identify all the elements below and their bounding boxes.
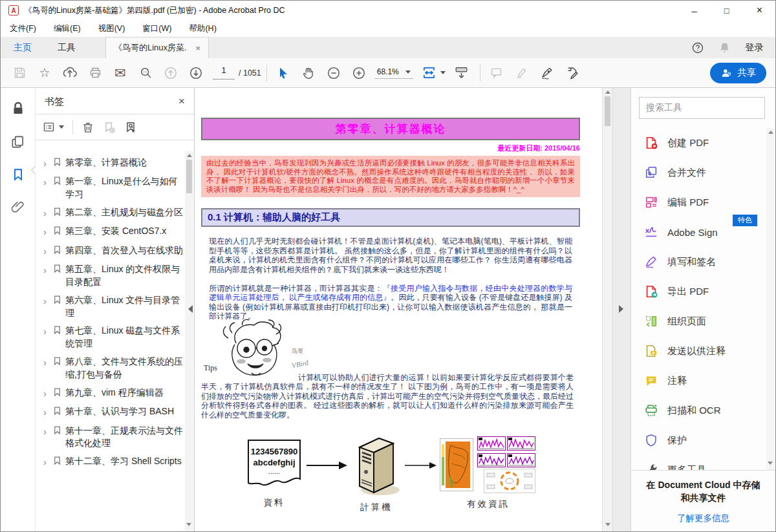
bookmark-item[interactable]: ›第七章、Linux 磁盘与文件系统管理 [41, 325, 184, 350]
more-tools-page-icon[interactable] [563, 63, 582, 83]
chevron-right-icon[interactable]: › [41, 263, 49, 289]
scrollbar-thumb[interactable] [605, 96, 610, 126]
select-tool-icon[interactable] [274, 63, 293, 83]
tool-comment[interactable]: 注释 [644, 366, 766, 396]
bookmark-item-label[interactable]: 第七章、Linux 磁盘与文件系统管理 [65, 325, 184, 350]
tool-protect[interactable]: 保护 [644, 425, 766, 455]
notifications-bell-icon[interactable] [718, 41, 731, 54]
help-icon[interactable] [691, 41, 704, 54]
star-icon[interactable]: ☆ [35, 63, 54, 83]
bookmark-item-label[interactable]: 第零章、计算器概论 [65, 156, 147, 170]
tool-adobe-sign[interactable]: 特色 Adobe Sign [644, 217, 766, 247]
tab-home[interactable]: 主页 [1, 37, 45, 58]
collapse-bookmarks-panel-arrow[interactable] [188, 305, 193, 313]
tools-panel-scrollbar[interactable] [766, 128, 775, 470]
bookmark-item-label[interactable]: 第十章、认识与学习 BASH [65, 405, 174, 419]
chevron-right-icon[interactable]: › [41, 244, 49, 258]
menu-window[interactable]: 窗口(W) [142, 23, 171, 34]
page-fit-mode-icon[interactable] [420, 63, 439, 83]
tool-export-pdf[interactable]: 导出 PDF [644, 277, 766, 306]
comment-tool-icon[interactable] [487, 63, 506, 83]
email-icon[interactable]: ✉ [111, 63, 130, 83]
chevron-right-icon[interactable]: › [41, 325, 49, 350]
bookmark-item[interactable]: ›第九章、vim 程序编辑器 [41, 387, 184, 400]
security-lock-icon[interactable] [10, 101, 26, 116]
chevron-right-icon[interactable]: › [41, 206, 49, 220]
bookmarks-close-icon[interactable]: × [178, 95, 185, 108]
zoom-out-icon[interactable] [324, 63, 343, 83]
bookmark-item-label[interactable]: 第九章、vim 程序编辑器 [65, 387, 164, 400]
bookmark-item[interactable]: ›第十二章、学习 Shell Scripts [41, 455, 184, 469]
chevron-right-icon[interactable]: › [41, 294, 49, 320]
bookmark-item-label[interactable]: 第十二章、学习 Shell Scripts [65, 455, 182, 469]
chevron-right-icon[interactable]: › [41, 175, 49, 201]
close-button[interactable]: × [757, 5, 762, 16]
find-bookmark-icon[interactable] [124, 121, 137, 134]
bookmark-options-icon[interactable] [42, 120, 64, 134]
previous-page-icon[interactable] [161, 63, 180, 83]
tool-organize-pages[interactable]: 组织页面 [644, 306, 766, 336]
bookmark-item[interactable]: ›第零章、计算器概论 [41, 156, 184, 170]
scroll-up-icon[interactable] [187, 154, 192, 157]
print-icon[interactable] [85, 63, 105, 83]
bookmark-item[interactable]: ›第一章、Linux是什么与如何学习 [41, 175, 184, 201]
bookmark-item[interactable]: ›第四章、首次登入与在线求助 [41, 244, 184, 258]
zoom-level-select[interactable]: 68.1% [374, 67, 413, 79]
bookmark-item[interactable]: ›第十章、认识与学习 BASH [41, 405, 184, 419]
pdf-viewer[interactable]: 第零章、计算器概论 最近更新日期: 2015/04/16 由过去的经验当中，鸟哥… [195, 88, 602, 531]
learn-more-link[interactable]: 了解更多信息 [677, 513, 729, 524]
scroll-down-icon[interactable] [186, 523, 191, 526]
bookmark-item[interactable]: ›第三章、安装 CentOS7.x [41, 225, 184, 239]
scroll-down-icon[interactable] [768, 462, 773, 465]
menu-help[interactable]: 帮助(H) [189, 23, 216, 34]
search-tools-input[interactable]: 搜索工具 [639, 97, 765, 119]
tool-more-tools[interactable]: 更多工具 [644, 455, 766, 470]
chevron-right-icon[interactable]: › [41, 156, 49, 170]
menu-view[interactable]: 视图(V) [98, 23, 125, 34]
chevron-right-icon[interactable]: › [41, 225, 49, 239]
bookmark-item-label[interactable]: 第八章、文件与文件系统的压缩,打包与备份 [65, 356, 184, 381]
scroll-up-icon[interactable] [768, 131, 773, 134]
cloud-upload-icon[interactable] [60, 63, 80, 83]
expand-tools-panel-arrow[interactable] [619, 305, 623, 313]
share-button[interactable]: 共享 [710, 63, 766, 83]
page-thumbnails-icon[interactable] [10, 134, 25, 149]
bookmark-item[interactable]: ›第二章、主机规划与磁盘分区 [41, 206, 184, 220]
page-fit-chevron-icon[interactable] [440, 71, 446, 74]
scroll-down-icon[interactable] [605, 523, 610, 526]
menu-edit[interactable]: 编辑(E) [54, 23, 81, 34]
bookmarks-scrollbar[interactable] [185, 151, 193, 531]
bookmark-item[interactable]: ›第六章、Linux 文件与目录管理 [41, 294, 184, 320]
bookmark-item-label[interactable]: 第五章、Linux 的文件权限与目录配置 [65, 263, 184, 289]
bookmark-item-label[interactable]: 第四章、首次登入与在线求助 [65, 244, 183, 258]
chevron-right-icon[interactable]: › [41, 356, 49, 381]
scroll-up-icon[interactable] [605, 90, 610, 94]
menu-file[interactable]: 文件(F) [10, 23, 36, 34]
chevron-right-icon[interactable]: › [41, 387, 49, 400]
page-number-input[interactable]: 1 [213, 66, 235, 80]
maximize-button[interactable]: □ [724, 6, 729, 16]
chevron-right-icon[interactable]: › [41, 425, 49, 451]
chevron-right-icon[interactable]: › [41, 405, 49, 419]
bookmark-item[interactable]: ›第五章、Linux 的文件权限与目录配置 [41, 263, 184, 289]
tool-edit-pdf[interactable]: 编辑 PDF [644, 187, 766, 217]
zoom-in-icon[interactable] [349, 63, 369, 83]
delete-bookmark-trash-icon[interactable] [81, 121, 94, 134]
bookmark-item[interactable]: ›第八章、文件与文件系统的压缩,打包与备份 [41, 356, 184, 381]
bookmark-item-label[interactable]: 第十一章、正规表示法与文件格式化处理 [65, 425, 184, 451]
bookmark-item[interactable]: ›第十一章、正规表示法与文件格式化处理 [41, 425, 184, 451]
save-icon[interactable] [10, 63, 29, 83]
tool-fill-sign[interactable]: 填写和签名 [644, 247, 766, 277]
bookmark-item-label[interactable]: 第三章、安装 CentOS7.x [65, 225, 166, 239]
bookmark-item-label[interactable]: 第二章、主机规划与磁盘分区 [65, 206, 183, 220]
bookmarks-panel-icon[interactable] [11, 167, 25, 182]
reading-mode-icon[interactable] [452, 63, 471, 83]
minimize-button[interactable]: – [691, 5, 696, 16]
tab-tools[interactable]: 工具 [45, 37, 89, 58]
next-page-icon[interactable] [186, 63, 206, 83]
tool-create-pdf[interactable]: 创建 PDF [644, 128, 766, 158]
hand-tool-icon[interactable] [299, 63, 318, 83]
tool-scan-ocr[interactable]: 扫描和 OCR [644, 396, 766, 425]
highlighter-icon[interactable] [512, 63, 532, 83]
tab-close-icon[interactable]: × [195, 43, 200, 53]
